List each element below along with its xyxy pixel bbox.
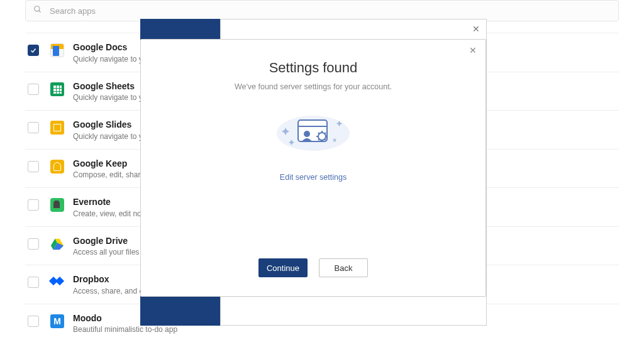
settings-found-dialog: ✕ Settings found We've found server sett… — [140, 39, 486, 297]
svg-rect-6 — [298, 120, 327, 141]
dropbox-icon — [50, 275, 64, 289]
settings-illustration-icon — [263, 105, 364, 155]
app-checkbox[interactable] — [28, 238, 39, 250]
svg-line-17 — [325, 133, 326, 134]
app-subtitle: Beautiful minimalistic to-do app — [73, 325, 177, 334]
search-bar[interactable] — [25, 0, 619, 21]
google-keep-icon — [50, 160, 64, 174]
moodo-icon: M — [50, 314, 64, 328]
dialog-subtitle: We've found server settings for your acc… — [235, 82, 392, 91]
svg-line-15 — [325, 139, 326, 140]
edit-server-settings-link[interactable]: Edit server settings — [280, 173, 347, 182]
evernote-icon — [50, 198, 64, 212]
app-checkbox[interactable] — [28, 199, 39, 211]
svg-point-0 — [35, 6, 40, 11]
google-sheets-icon — [50, 82, 64, 96]
back-button[interactable]: Back — [319, 258, 368, 277]
close-icon[interactable]: ✕ — [469, 46, 477, 55]
app-checkbox[interactable] — [28, 316, 39, 327]
search-input[interactable] — [48, 6, 611, 16]
svg-point-8 — [304, 131, 310, 137]
app-checkbox[interactable] — [28, 277, 39, 288]
google-drive-icon — [50, 237, 64, 251]
close-icon[interactable]: ✕ — [472, 25, 480, 33]
app-checkbox[interactable] — [28, 84, 39, 95]
app-checkbox[interactable] — [28, 45, 39, 56]
google-slides-icon — [50, 121, 64, 135]
svg-line-14 — [318, 133, 319, 134]
app-checkbox[interactable] — [28, 161, 39, 172]
svg-line-1 — [39, 11, 41, 13]
search-icon — [33, 5, 42, 16]
google-docs-icon — [50, 43, 64, 57]
svg-line-16 — [318, 139, 319, 140]
continue-button[interactable]: Continue — [258, 258, 308, 277]
dialog-title: Settings found — [269, 60, 358, 76]
app-checkbox[interactable] — [28, 122, 39, 133]
